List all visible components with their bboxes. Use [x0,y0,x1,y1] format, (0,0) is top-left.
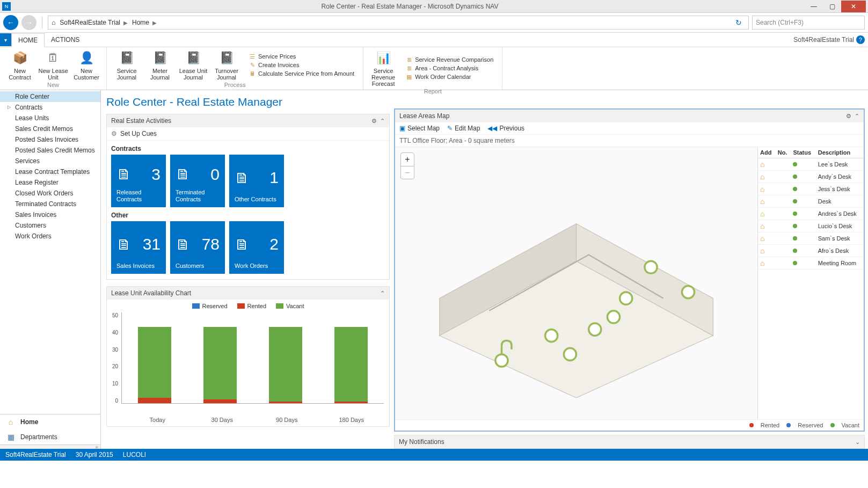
status-dot [793,187,797,191]
back-button[interactable]: ← [3,15,18,30]
work-order-calendar-link[interactable]: ▦Work Order Calendar [405,73,493,81]
lease-unit-journal-button[interactable]: 📓Lease Unit Journal [178,49,209,81]
zoom-in-button[interactable]: + [401,153,414,166]
meter-journal-button[interactable]: 📓Meter Journal [144,49,176,81]
create-invoices-link[interactable]: ✎Create Invoices [249,61,354,69]
svg-point-3 [495,354,508,367]
new-contract-button[interactable]: 📦New Contract [4,49,35,81]
breadcrumb-item[interactable]: Soft4RealEstate Trial [60,19,120,26]
map-canvas[interactable]: + − [395,147,757,419]
sidebar-item[interactable]: Services [0,156,100,166]
area-contract-analysis-link[interactable]: ≣Area - Contract Analysis [405,64,493,72]
expand-icon[interactable]: ⌄ [855,439,860,446]
tile-count: 3 [151,165,161,184]
status-dot [793,224,797,228]
customer-icon: 👤 [78,49,95,67]
sidebar-item[interactable]: Role Center [0,91,100,102]
desc-cell: Lucio`s Desk [816,220,864,232]
maximize-button[interactable]: ▢ [823,1,841,12]
map-list-row[interactable]: ⌂Meeting Room [758,257,864,270]
svg-point-8 [620,292,632,304]
turnover-journal-button[interactable]: 📓Turnover Journal [211,49,242,81]
map-list-row[interactable]: ⌂Afro`s Desk [758,245,864,257]
home-icon: ⌂ [5,418,16,426]
sidebar-item[interactable]: Lease Units [0,113,100,123]
gear-icon[interactable]: ⚙ [371,118,377,125]
service-revenue-forecast-button[interactable]: 📊Service Revenue Forecast [368,49,399,87]
breadcrumb-item[interactable]: Home [132,19,149,26]
tile-label: Other Contracts [235,196,279,203]
title-bar: N Role Center - Real Estate Manager - Mi… [0,0,868,13]
map-list-row[interactable]: ⌂Sam`s Desk [758,232,864,245]
search-input[interactable]: Search (Ctrl+F3) [752,16,865,30]
ribbon: 📦New Contract 🗓New Lease Unit 👤New Custo… [0,47,868,90]
breadcrumb[interactable]: ⌂ Soft4RealEstate Trial▶ Home▶ ↻ [48,16,749,30]
page-title: Role Center - Real Estate Manager [106,96,390,108]
cue-tile[interactable]: 🗎1Other Contracts [229,155,284,207]
cue-tile[interactable]: 🗎2Work Orders [229,221,284,274]
file-tab[interactable] [0,33,11,46]
sidebar-item[interactable]: Sales Credit Memos [0,123,100,134]
chart-bar [138,312,171,403]
sidebar-item[interactable]: Posted Sales Credit Memos [0,145,100,156]
gear-icon[interactable]: ⚙ [846,113,851,120]
main-area: Role CenterContractsLease UnitsSales Cre… [0,90,868,449]
cue-tile[interactable]: 🗎31Sales Invoices [111,221,166,274]
collapse-icon[interactable]: ⌃ [380,118,385,125]
home-icon: ⌂ [760,209,764,218]
sidebar-item[interactable]: Lease Contract Templates [0,166,100,177]
col-header[interactable]: No. [776,147,791,158]
edit-map-button[interactable]: ✎Edit Map [447,125,480,132]
map-list-row[interactable]: ⌂Desk [758,195,864,208]
tab-actions[interactable]: ACTIONS [45,33,86,46]
status-dot [793,249,797,253]
home-icon: ⌂ [760,246,764,255]
notifications-panel: My Notifications⌄ [394,435,865,449]
previous-button[interactable]: ◀◀Previous [487,125,524,132]
sidebar-item[interactable]: Customers [0,220,100,231]
service-prices-link[interactable]: ☰Service Prices [249,53,354,60]
svg-point-6 [589,323,601,336]
sidebar-item[interactable]: Lease Register [0,177,100,188]
setup-cues-link[interactable]: Set Up Cues [120,130,157,137]
status-dot [793,236,797,241]
sidebar-item[interactable]: Sales Invoices [0,209,100,220]
sidebar-home[interactable]: ⌂Home [0,414,100,429]
map-list-row[interactable]: ⌂Lee`s Desk [758,158,864,171]
col-header[interactable]: Add [758,147,776,158]
new-lease-unit-button[interactable]: 🗓New Lease Unit [38,49,69,81]
map-list-row[interactable]: ⌂Andy`s Desk [758,171,864,183]
sidebar-departments[interactable]: ▦Departments [0,429,100,445]
invoice-icon: ✎ [249,61,256,69]
splitter-handle[interactable]: » [0,445,100,449]
sidebar-item[interactable]: Contracts [0,102,100,113]
map-icon: ▣ [399,125,405,132]
tab-home[interactable]: HOME [11,33,45,47]
map-list-row[interactable]: ⌂Andres`s Desk [758,208,864,220]
minimize-button[interactable]: — [805,1,823,12]
sidebar-item[interactable]: Posted Sales Invoices [0,134,100,145]
service-revenue-comparison-link[interactable]: ≣Service Revenue Comparison [405,56,493,63]
cue-tile[interactable]: 🗎0Terminated Contracts [170,155,225,207]
help-icon[interactable]: ? [856,35,865,44]
chart-panel: Lease Unit Availability Chart⌃ Reserved … [106,286,390,427]
forward-button[interactable]: → [21,15,37,30]
select-map-button[interactable]: ▣Select Map [399,125,440,132]
cue-tile[interactable]: 🗎78Customers [170,221,225,274]
collapse-icon[interactable]: ⌃ [380,290,385,297]
collapse-icon[interactable]: ⌃ [855,113,859,120]
map-list-row[interactable]: ⌂Lucio`s Desk [758,220,864,232]
sidebar-item[interactable]: Closed Work Orders [0,188,100,199]
refresh-icon[interactable]: ↻ [732,18,745,27]
calc-price-link[interactable]: 🖩Calculate Service Price from Amount [249,70,354,77]
new-customer-button[interactable]: 👤New Customer [71,49,102,81]
map-list-row[interactable]: ⌂Jess`s Desk [758,183,864,195]
sidebar-item[interactable]: Work Orders [0,231,100,242]
close-button[interactable]: ✕ [841,1,866,12]
service-journal-button[interactable]: 📓Service Journal [111,49,142,81]
cue-tile[interactable]: 🗎3Released Contracts [111,155,166,207]
svg-point-4 [545,330,558,342]
col-header[interactable]: Description [816,147,864,158]
sidebar-item[interactable]: Terminated Contracts [0,199,100,209]
col-header[interactable]: Status [791,147,815,158]
